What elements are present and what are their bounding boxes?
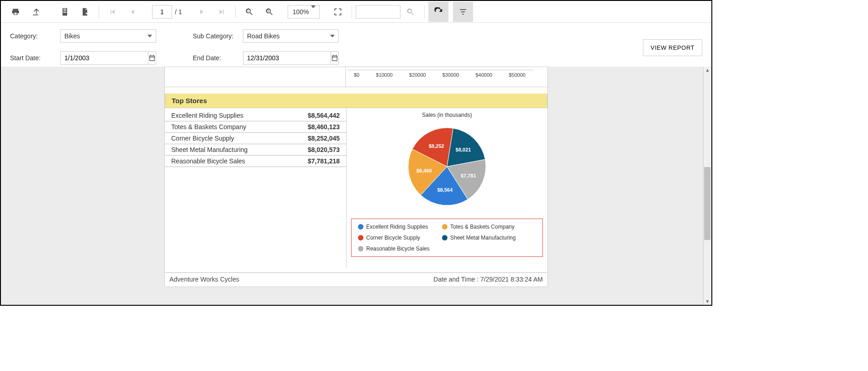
first-icon — [108, 7, 117, 16]
axis-tick: $20000 — [409, 72, 426, 78]
calendar-icon[interactable] — [148, 51, 156, 65]
vertical-scrollbar[interactable]: ▲ ▼ — [703, 67, 711, 305]
zoom-in-button[interactable] — [259, 2, 279, 22]
legend-item: Excellent Riding Supplies — [358, 224, 431, 230]
export-icon — [31, 7, 40, 16]
search-icon — [406, 7, 415, 16]
category-select[interactable]: Bikes — [60, 29, 156, 43]
pie-svg: $8,564$8,460$8,252$8,021$7,781 — [401, 121, 493, 212]
legend-swatch — [358, 246, 363, 251]
store-name: Sheet Metal Manufacturing — [171, 146, 247, 153]
next-icon — [197, 7, 206, 16]
pie-label: $8,564 — [437, 187, 453, 193]
chevron-down-icon — [147, 35, 152, 37]
page-number-input[interactable] — [152, 5, 172, 19]
last-page-button[interactable] — [211, 2, 231, 22]
enddate-field[interactable] — [243, 51, 339, 65]
scroll-down-icon: ▼ — [704, 299, 711, 304]
page-icon — [60, 7, 69, 16]
calendar-icon[interactable] — [331, 51, 339, 65]
pie-label: $7,781 — [461, 173, 476, 178]
footer-company: Adventure Works Cycles — [169, 276, 239, 283]
store-value: $8,564,442 — [308, 112, 340, 119]
scroll-up-icon: ▲ — [704, 68, 711, 73]
legend-swatch — [358, 235, 363, 240]
legend-item: Reasonable Bicycle Sales — [358, 246, 431, 252]
export-button[interactable] — [26, 2, 46, 22]
subcategory-label: Sub Category: — [193, 32, 243, 40]
last-icon — [217, 7, 226, 16]
store-name: Corner Bicycle Supply — [171, 135, 234, 142]
search-button[interactable] — [400, 2, 421, 22]
table-row: Excellent Riding Supplies$8,564,442 — [165, 110, 346, 121]
axis-tick: $0 — [354, 72, 359, 78]
refresh-button[interactable] — [428, 2, 448, 22]
zoom-value: 100% — [293, 8, 309, 16]
sales-pie-chart: Sales (in thousands) $8,564$8,460$8,252$… — [346, 108, 547, 268]
store-value: $8,020,573 — [308, 146, 340, 153]
legend-item: Corner Bicycle Supply — [358, 235, 431, 241]
chart-legend: Excellent Riding SuppliesTotes & Baskets… — [351, 219, 543, 257]
zoom-out-icon — [245, 7, 254, 16]
chevron-down-icon — [311, 8, 316, 16]
refresh-icon — [434, 7, 443, 16]
table-row: Reasonable Bicycle Sales$7,781,218 — [165, 156, 346, 167]
store-value: $8,252,045 — [308, 135, 340, 142]
toolbar: / 1 100% — [1, 1, 711, 23]
upper-left-cell — [165, 67, 346, 87]
page-gear-icon — [80, 7, 89, 16]
pie-label: $8,252 — [429, 143, 444, 149]
store-name: Excellent Riding Supplies — [171, 112, 243, 119]
table-row: Corner Bicycle Supply$8,252,045 — [165, 133, 346, 144]
fit-icon — [333, 7, 342, 16]
filter-button[interactable] — [453, 2, 473, 22]
search-input[interactable] — [356, 5, 400, 19]
category-label: Category: — [10, 32, 60, 40]
prev-icon — [128, 7, 137, 16]
view-report-button[interactable]: VIEW REPORT — [643, 39, 702, 56]
legend-label: Reasonable Bicycle Sales — [366, 246, 430, 252]
fit-page-button[interactable] — [328, 2, 348, 22]
startdate-label: Start Date: — [10, 54, 60, 62]
report-canvas: $0$10000$20000$30000$40000$50000 Top Sto… — [1, 67, 711, 305]
subcategory-select[interactable]: Road Bikes — [243, 29, 339, 43]
legend-item: Sheet Metal Manufacturing — [442, 235, 516, 241]
store-value: $8,460,123 — [308, 123, 340, 131]
page-layout-button[interactable] — [55, 2, 75, 22]
enddate-label: End Date: — [193, 54, 243, 62]
top-stores-table: Excellent Riding Supplies$8,564,442Totes… — [165, 108, 346, 268]
prev-page-button[interactable] — [123, 2, 143, 22]
page-total: / 1 — [175, 8, 182, 16]
startdate-field[interactable] — [60, 51, 156, 65]
legend-swatch — [442, 224, 447, 230]
zoom-select[interactable]: 100% — [288, 5, 320, 19]
first-page-button[interactable] — [103, 2, 123, 22]
chart-title: Sales (in thousands) — [351, 112, 543, 118]
zoom-out-button[interactable] — [239, 2, 259, 22]
legend-label: Excellent Riding Supplies — [366, 224, 428, 230]
table-row: Totes & Baskets Company$8,460,123 — [165, 121, 346, 133]
parameter-panel: Category: Bikes Sub Category: Road Bikes… — [1, 23, 711, 73]
top-stores-header: Top Stores — [165, 94, 547, 108]
pie-label: $8,460 — [416, 168, 432, 173]
footer-datetime: Date and Time : 7/29/2021 8:33:24 AM — [433, 276, 543, 283]
print-icon — [11, 7, 20, 16]
subcategory-value: Road Bikes — [247, 32, 330, 40]
next-page-button[interactable] — [191, 2, 211, 22]
enddate-input[interactable] — [243, 51, 331, 65]
page-setup-button[interactable] — [75, 2, 95, 22]
legend-item: Totes & Baskets Company — [442, 224, 515, 230]
axis-tick: $40000 — [475, 72, 492, 78]
axis-tick: $50000 — [509, 72, 526, 78]
print-button[interactable] — [5, 2, 26, 22]
pie-label: $8,021 — [456, 147, 471, 152]
startdate-input[interactable] — [60, 51, 148, 65]
legend-label: Totes & Baskets Company — [450, 224, 515, 230]
chevron-down-icon — [330, 35, 335, 37]
store-name: Reasonable Bicycle Sales — [171, 157, 245, 165]
axis-tick: $30000 — [442, 72, 459, 78]
store-value: $7,781,218 — [308, 157, 340, 165]
app-frame: / 1 100% Category: Bikes Sub Cat — [0, 0, 712, 306]
upper-bar-chart-axis: $0$10000$20000$30000$40000$50000 — [346, 67, 547, 87]
scroll-thumb[interactable] — [704, 167, 710, 240]
